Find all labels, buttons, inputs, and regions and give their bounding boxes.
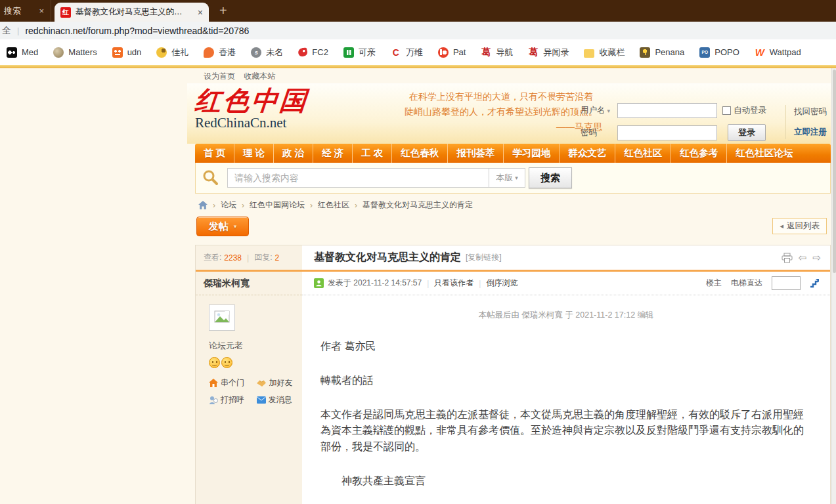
nav-item[interactable]: 报刊荟萃 xyxy=(447,144,503,163)
chevron-down-icon[interactable]: ▾ xyxy=(607,108,611,114)
close-icon[interactable]: × xyxy=(39,6,44,16)
search-scope-select[interactable]: 本版▾ xyxy=(489,168,525,188)
add-friend-link[interactable]: 加好友 xyxy=(257,377,297,388)
security-indicator[interactable]: 全 xyxy=(2,25,11,37)
print-icon[interactable] xyxy=(781,253,793,263)
nav-item[interactable]: 红色参考 xyxy=(671,144,726,163)
bookmark-label: 可亲 xyxy=(359,47,376,58)
bookmark-item[interactable]: 佳礼 xyxy=(156,47,188,58)
fc2-icon xyxy=(298,47,309,57)
send-message-link[interactable]: 发消息 xyxy=(257,394,297,406)
replies-count: 2 xyxy=(275,253,280,262)
bookmark-item[interactable]: POPOPO xyxy=(699,47,739,58)
reverse-browse-link[interactable]: 倒序浏览 xyxy=(486,278,517,289)
breadcrumb-link[interactable]: 红色中国网论坛 xyxy=(250,200,305,211)
username-input[interactable] xyxy=(617,103,717,118)
nav-item[interactable]: 经 济 xyxy=(313,144,352,163)
bookmark-item[interactable]: Penana xyxy=(640,47,684,58)
search-button[interactable]: 搜索 xyxy=(529,167,572,188)
nav-item[interactable]: 红色春秋 xyxy=(391,144,447,163)
udn-icon xyxy=(112,47,123,58)
breadcrumb-link[interactable]: 论坛 xyxy=(221,200,236,211)
find-password-link[interactable]: 找回密码 xyxy=(794,106,827,117)
nav-item[interactable]: 红色社区 xyxy=(615,144,671,163)
bookmark-item[interactable]: FC2 xyxy=(298,47,328,57)
nav-item[interactable]: 工 农 xyxy=(352,144,391,163)
close-icon[interactable]: × xyxy=(198,7,203,18)
tab-thread[interactable]: 红 基督教文化对马克思主义的肯定 × xyxy=(55,3,209,22)
elevator-input[interactable] xyxy=(772,276,801,290)
search-icon xyxy=(202,169,219,186)
bookmark-item[interactable]: Matters xyxy=(53,47,97,58)
home-icon[interactable] xyxy=(198,201,208,209)
online-user-icon xyxy=(314,278,324,288)
post-paragraph: 作者 葛亦民 xyxy=(320,339,812,355)
search-input[interactable] xyxy=(227,168,489,188)
password-input[interactable] xyxy=(617,125,717,140)
nav-item[interactable]: 首 页 xyxy=(195,144,234,163)
page-scrollbar[interactable] xyxy=(831,68,836,504)
bookmark-item[interactable]: 香港 xyxy=(204,47,236,58)
url-text[interactable]: redchinacn.net/forum.php?mod=viewthread&… xyxy=(25,26,249,36)
author-cell: 傑瑞米柯寬 xyxy=(196,272,302,295)
breadcrumb-link[interactable]: 红色社区 xyxy=(318,200,349,211)
bookmark-label: Pat xyxy=(453,47,466,57)
copy-link[interactable]: [复制链接] xyxy=(466,252,502,263)
prev-thread-icon[interactable]: ⇦ xyxy=(799,252,807,264)
address-bar[interactable]: 全 | redchinacn.net/forum.php?mod=viewthr… xyxy=(0,22,836,39)
back-to-list-button[interactable]: ◂ 返回列表 xyxy=(772,218,827,234)
nav-item[interactable]: 红色社区论坛 xyxy=(726,144,801,163)
broken-image-icon xyxy=(214,310,230,325)
elevator-jump-icon[interactable] xyxy=(810,278,820,288)
bookmark-label: POPO xyxy=(715,47,739,57)
avatar[interactable] xyxy=(209,304,235,331)
logo-domain: RedChinaCn.net xyxy=(195,115,308,131)
site-header: 红色中国 RedChinaCn.net 在科学上没有平坦的大道，只有不畏劳苦沿着… xyxy=(187,83,831,144)
breadcrumb-link[interactable]: 基督教文化对马克思主义的肯定 xyxy=(363,200,473,211)
bookmark-label: 香港 xyxy=(219,47,236,58)
scrollbar-thumb[interactable] xyxy=(833,70,836,273)
nav-item[interactable]: 政 治 xyxy=(273,144,313,163)
only-author-link[interactable]: 只看该作者 xyxy=(434,278,473,289)
bookmark-item[interactable]: 葛导航 xyxy=(481,47,513,58)
set-home-link[interactable]: 设为首页 xyxy=(204,72,235,81)
nav-item[interactable]: 理 论 xyxy=(234,144,273,163)
nav-item[interactable]: 学习园地 xyxy=(503,144,559,163)
bookmark-site-link[interactable]: 收藏本站 xyxy=(244,72,275,81)
username-label: 用户名▾ xyxy=(581,105,617,116)
tab-search[interactable]: 搜索 × xyxy=(0,0,51,22)
auto-login-checkbox[interactable] xyxy=(722,106,731,115)
chevron-down-icon: ▾ xyxy=(515,175,518,181)
bookmark-item[interactable]: WWattpad xyxy=(755,47,801,58)
bookmark-item[interactable]: 收藏栏 xyxy=(584,47,625,58)
login-button[interactable]: 登录 xyxy=(728,124,766,141)
medals xyxy=(209,357,297,368)
bookmark-item[interactable]: C万维 xyxy=(391,47,423,58)
motto-line-1: 在科学上没有平坦的大道，只有不畏劳苦沿着 xyxy=(353,89,649,104)
bookmark-item[interactable]: udn xyxy=(112,47,142,58)
user-group: 论坛元老 xyxy=(209,340,297,352)
post-body: 作者 葛亦民轉載者的話本文作者是認同馬克思主義的左派基督徒，本文從馬克思主義的角… xyxy=(320,339,812,504)
breadcrumb: ›论坛›红色中国网论坛›红色社区›基督教文化对马克思主义的肯定 xyxy=(198,200,831,211)
register-link[interactable]: 立即注册 xyxy=(794,127,827,138)
nav-item[interactable]: 群众文艺 xyxy=(559,144,615,163)
author-name[interactable]: 傑瑞米柯寬 xyxy=(204,278,250,289)
bookmark-item[interactable]: Pat xyxy=(438,47,466,58)
bookmark-label: 万维 xyxy=(406,47,423,58)
auto-login-option[interactable]: 自动登录 xyxy=(717,105,778,116)
smiley-medal-icon xyxy=(209,357,220,368)
bookmark-item[interactable]: Med xyxy=(7,47,38,58)
bookmark-item[interactable]: 可亲 xyxy=(343,47,376,58)
next-thread-icon[interactable]: ⇨ xyxy=(812,252,821,264)
site-logo[interactable]: 红色中国 RedChinaCn.net xyxy=(195,86,308,131)
bookmark-label: 异闻录 xyxy=(543,47,569,58)
visit-home-link[interactable]: 串个门 xyxy=(209,377,249,388)
new-post-button[interactable]: 发帖 ▾ xyxy=(196,217,249,236)
bookmark-label: Med xyxy=(22,47,38,57)
new-tab-button[interactable]: + xyxy=(219,4,227,17)
bookmark-item[interactable]: 葛异闻录 xyxy=(528,47,569,58)
pause-icon xyxy=(343,47,354,58)
greet-link[interactable]: 打招呼 xyxy=(209,394,249,406)
crumb-separator-icon: › xyxy=(213,201,215,210)
bookmark-item[interactable]: s未名 xyxy=(251,47,283,58)
